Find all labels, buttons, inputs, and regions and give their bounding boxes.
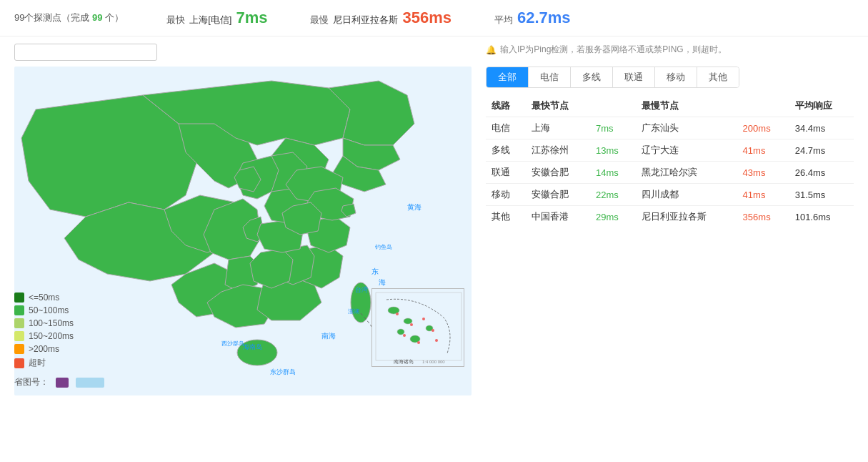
svg-text:海: 海	[379, 278, 386, 286]
svg-text:澎湖: 澎湖	[348, 308, 359, 315]
col-avg: 平均响应	[789, 95, 854, 117]
col-fastest-ms	[590, 95, 635, 117]
cell-fastest-ms: 14ms	[590, 162, 635, 184]
svg-point-54	[435, 339, 438, 342]
legend-color-3	[14, 331, 24, 341]
legend-item-0: <=50ms	[14, 293, 104, 303]
legend-row-label: 省图号：	[14, 376, 49, 388]
cell-line: 多线	[486, 139, 526, 162]
avg-label: 平均	[494, 14, 513, 26]
fastest-label: 最快	[166, 14, 185, 26]
svg-point-48	[396, 313, 399, 315]
cell-fastest-node: 江苏徐州	[526, 139, 590, 162]
svg-text:南海: 南海	[321, 332, 336, 340]
slowest-location: 尼日利亚拉各斯	[333, 14, 398, 26]
svg-point-44	[404, 318, 412, 324]
input-bar[interactable]	[14, 44, 472, 61]
cell-fastest-node: 安徽合肥	[526, 184, 590, 206]
tab-telecom[interactable]: 电信	[529, 67, 571, 87]
legend-item-2: 100~150ms	[14, 318, 104, 328]
cell-fastest-ms: 29ms	[590, 206, 635, 228]
province-color-1	[56, 378, 69, 388]
svg-point-45	[397, 329, 404, 335]
legend-color-4	[14, 344, 24, 354]
probe-count: 99个探测点（完成 99 个）	[14, 11, 124, 24]
right-panel: 🔔 输入IP为Ping检测，若服务器网络不通或禁PING，则超时。 全部 电信 …	[486, 44, 854, 395]
slowest-stat: 最慢 尼日利亚拉各斯 356ms	[310, 9, 452, 27]
top-bar: 99个探测点（完成 99 个） 最快 上海[电信] 7ms 最慢 尼日利亚拉各斯…	[0, 0, 868, 36]
legend-item-1: 50~100ms	[14, 305, 104, 315]
main-content: .province { stroke: #aaa; stroke-width: …	[0, 36, 868, 403]
table-row: 电信 上海 7ms 广东汕头 200ms 34.4ms	[486, 117, 854, 139]
tab-all[interactable]: 全部	[487, 67, 529, 87]
cell-line: 其他	[486, 206, 526, 228]
col-slowest: 最慢节点	[636, 95, 737, 117]
table-row: 联通 安徽合肥 14ms 黑龙江哈尔滨 43ms 26.4ms	[486, 162, 854, 184]
cell-avg: 101.6ms	[789, 206, 854, 228]
legend-color-5	[14, 358, 24, 368]
cell-slowest-node: 黑龙江哈尔滨	[636, 162, 737, 184]
svg-point-49	[410, 323, 413, 326]
cell-fastest-node: 上海	[526, 117, 590, 139]
legend-color-1	[14, 305, 24, 315]
avg-value: 62.7ms	[517, 9, 571, 27]
map-section: .province { stroke: #aaa; stroke-width: …	[14, 44, 472, 395]
tab-group[interactable]: 全部 电信 多线 联通 移动 其他	[486, 67, 739, 88]
col-line: 线路	[486, 95, 526, 117]
cell-avg: 26.4ms	[789, 162, 854, 184]
mini-map: 南海诸岛 1:4 000 000	[371, 288, 464, 367]
cell-fastest-ms: 7ms	[590, 117, 635, 139]
probe-stat: 99个探测点（完成 99 个）	[14, 11, 124, 24]
slowest-value: 356ms	[402, 9, 452, 27]
cell-slowest-ms: 200ms	[737, 117, 789, 139]
legend-label-2: 100~150ms	[29, 318, 74, 328]
notice-bar: 🔔 输入IP为Ping检测，若服务器网络不通或禁PING，则超时。	[486, 44, 854, 56]
svg-text:东: 东	[371, 267, 379, 275]
table-row: 移动 安徽合肥 22ms 四川成都 41ms 31.5ms	[486, 184, 854, 206]
svg-text:黄海: 黄海	[407, 203, 421, 211]
legend-item-4: >200ms	[14, 344, 104, 354]
cell-line: 移动	[486, 184, 526, 206]
svg-text:台湾: 台湾	[355, 286, 368, 293]
cell-slowest-node: 辽宁大连	[636, 139, 737, 162]
cell-fastest-ms: 22ms	[590, 184, 635, 206]
svg-text:南海诸岛: 南海诸岛	[394, 359, 414, 364]
cell-avg: 24.7ms	[789, 139, 854, 162]
legend-province-row: 省图号：	[14, 376, 104, 388]
tab-mobile[interactable]: 移动	[655, 67, 697, 87]
cell-slowest-ms: 43ms	[737, 162, 789, 184]
cell-avg: 31.5ms	[789, 184, 854, 206]
slowest-label: 最慢	[310, 14, 329, 26]
cell-slowest-ms: 41ms	[737, 139, 789, 162]
svg-text:钓鱼岛: 钓鱼岛	[374, 244, 392, 250]
legend-label-5: 超时	[29, 357, 46, 369]
svg-point-51	[417, 341, 420, 344]
col-fastest: 最快节点	[526, 95, 590, 117]
legend-label-3: 150~200ms	[29, 331, 74, 341]
cell-line: 电信	[486, 117, 526, 139]
cell-slowest-node: 尼日利亚拉各斯	[636, 206, 737, 228]
table-row: 多线 江苏徐州 13ms 辽宁大连 41ms 24.7ms	[486, 139, 854, 162]
ip-input[interactable]	[14, 44, 157, 61]
fastest-stat: 最快 上海[电信] 7ms	[166, 9, 267, 27]
cell-fastest-node: 安徽合肥	[526, 162, 590, 184]
legend-label-4: >200ms	[29, 344, 59, 354]
legend: <=50ms 50~100ms 100~150ms 150~200ms >200…	[14, 293, 104, 388]
map-container: .province { stroke: #aaa; stroke-width: …	[14, 67, 472, 395]
tab-unicom[interactable]: 联通	[613, 67, 655, 87]
notice-text: 输入IP为Ping检测，若服务器网络不通或禁PING，则超时。	[500, 44, 727, 56]
legend-label-0: <=50ms	[29, 293, 59, 303]
notice-icon: 🔔	[486, 45, 497, 55]
svg-text:西沙群岛: 西沙群岛	[221, 340, 244, 347]
tab-other[interactable]: 其他	[697, 67, 739, 87]
legend-color-2	[14, 318, 24, 328]
cell-line: 联通	[486, 162, 526, 184]
legend-item-3: 150~200ms	[14, 331, 104, 341]
svg-text:1:4 000 000: 1:4 000 000	[422, 360, 445, 364]
tab-multiline[interactable]: 多线	[571, 67, 613, 87]
svg-text:东沙群岛: 东沙群岛	[270, 368, 296, 375]
cell-avg: 34.4ms	[789, 117, 854, 139]
legend-item-5: 超时	[14, 357, 104, 369]
cell-slowest-ms: 356ms	[737, 206, 789, 228]
legend-label-1: 50~100ms	[29, 305, 69, 315]
